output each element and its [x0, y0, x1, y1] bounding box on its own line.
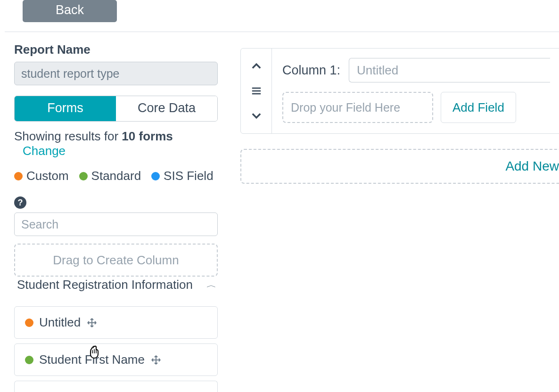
svg-rect-0	[252, 88, 260, 89]
help-icon[interactable]: ?	[14, 196, 26, 209]
change-link[interactable]: Change	[23, 144, 66, 158]
chevron-up-icon	[250, 60, 263, 73]
column-header: Column 1:	[282, 58, 550, 82]
sidebar: Report Name Forms Core Data Showing resu…	[14, 42, 218, 392]
drop-field-zone[interactable]: Drop your Field Here	[282, 92, 433, 123]
dot-icon	[14, 172, 23, 180]
move-up-button[interactable]	[250, 60, 263, 73]
legend: Custom Standard SIS Field	[14, 169, 218, 183]
dot-icon	[151, 172, 160, 180]
column-body: Column 1: Drop your Field Here Add Field	[272, 49, 559, 133]
field-item-label: Untitled	[39, 315, 81, 330]
dot-icon	[79, 172, 88, 180]
add-new-link[interactable]: Add New	[505, 159, 559, 174]
topbar: Back	[5, 0, 559, 32]
legend-standard: Standard	[79, 169, 141, 183]
reorder-handle[interactable]	[251, 86, 262, 96]
legend-custom: Custom	[14, 169, 69, 183]
collapse-icon: ︿	[206, 280, 215, 290]
svg-rect-1	[252, 90, 260, 92]
column-card: Column 1: Drop your Field Here Add Field	[240, 48, 559, 134]
results-prefix: Showing results for	[14, 129, 122, 143]
field-item-label: Student First Name	[39, 352, 145, 367]
drag-create-column-label: Drag to Create Column	[53, 253, 179, 268]
dot-icon	[25, 318, 33, 327]
move-icon	[150, 354, 162, 366]
column-row: Drop your Field Here Add Field	[282, 92, 550, 123]
section-header[interactable]: Student Registration Information ︿	[14, 278, 218, 292]
chevron-down-icon	[250, 109, 263, 122]
dot-icon	[25, 356, 33, 364]
tabs: Forms Core Data	[14, 96, 218, 122]
field-item[interactable]: Student Middle Name	[14, 381, 218, 392]
legend-sis-label: SIS Field	[164, 169, 214, 183]
legend-sis: SIS Field	[151, 169, 214, 183]
add-new-column-zone[interactable]: Add New	[240, 149, 559, 184]
tab-core-data[interactable]: Core Data	[116, 96, 217, 121]
tab-forms[interactable]: Forms	[15, 96, 116, 121]
drop-field-label: Drop your Field Here	[291, 101, 400, 114]
bars-icon	[251, 86, 262, 96]
svg-rect-2	[252, 93, 260, 95]
back-button[interactable]: Back	[23, 0, 117, 22]
column-controls	[241, 49, 272, 133]
canvas: Column 1: Drop your Field Here Add Field…	[240, 42, 559, 392]
legend-custom-label: Custom	[26, 169, 69, 183]
field-item[interactable]: Student First Name	[14, 343, 218, 376]
move-down-button[interactable]	[250, 109, 263, 122]
section-header-label: Student Registration Information	[17, 278, 193, 292]
move-icon	[86, 317, 98, 328]
field-item[interactable]: Untitled	[14, 306, 218, 339]
results-count: 10 forms	[122, 129, 173, 143]
drag-create-column-drop[interactable]: Drag to Create Column	[14, 244, 218, 277]
search-input[interactable]	[14, 212, 218, 236]
column-label: Column 1:	[282, 63, 340, 78]
main: Report Name Forms Core Data Showing resu…	[0, 32, 559, 392]
report-name-label: Report Name	[14, 42, 218, 57]
legend-standard-label: Standard	[91, 169, 141, 183]
field-list: Untitled Student First Name Student Midd…	[14, 306, 218, 392]
report-name-input[interactable]	[14, 62, 218, 85]
column-title-input[interactable]	[349, 58, 550, 82]
field-item-label: Student Middle Name	[39, 390, 157, 392]
add-field-button[interactable]: Add Field	[441, 92, 516, 123]
results-row: Showing results for 10 forms Change	[14, 129, 218, 158]
